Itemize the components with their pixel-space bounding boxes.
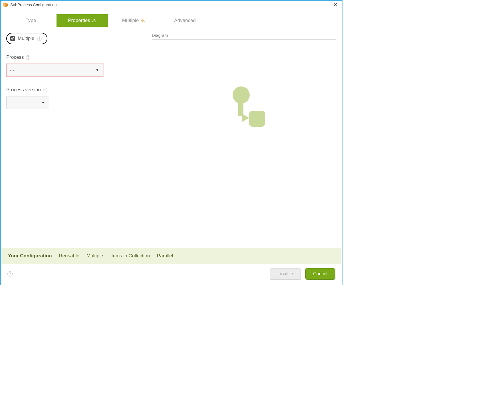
titlebar: SubProcess Configuration ✕ xyxy=(1,1,342,9)
summary-item: Reusable xyxy=(59,253,79,259)
left-column: Multiple ? Process ? - - ▼ Process versi… xyxy=(6,33,143,245)
tab-advanced[interactable]: Advanced xyxy=(159,14,211,27)
diagram-label: Diagram xyxy=(152,33,336,38)
svg-rect-9 xyxy=(238,102,243,116)
warning-icon xyxy=(140,18,145,23)
configuration-summary: Your Configuration · Reusable · Multiple… xyxy=(1,248,341,264)
process-version-label-row: Process version ? xyxy=(6,87,143,93)
process-select[interactable]: - - ▼ xyxy=(6,64,103,77)
separator-dot: · xyxy=(55,253,56,259)
chevron-down-icon: ▼ xyxy=(41,101,45,105)
chevron-down-icon: ▼ xyxy=(96,68,99,72)
dialog-window: SubProcess Configuration ✕ Type Properti… xyxy=(0,0,342,285)
cancel-button[interactable]: Cancel xyxy=(305,268,335,280)
window-title: SubProcess Configuration xyxy=(10,3,57,7)
svg-point-8 xyxy=(233,86,250,104)
svg-rect-11 xyxy=(249,111,265,127)
svg-point-7 xyxy=(142,21,143,22)
process-version-label: Process version xyxy=(6,87,41,93)
tab-multiple[interactable]: Multiple xyxy=(108,14,159,27)
diagram-placeholder-icon xyxy=(215,79,273,136)
body: Multiple ? Process ? - - ▼ Process versi… xyxy=(1,27,342,248)
separator-dot: · xyxy=(106,253,108,259)
process-version-field: Process version ? ▼ xyxy=(6,87,143,109)
process-field: Process ? - - ▼ xyxy=(6,54,143,77)
help-icon[interactable]: ? xyxy=(37,37,42,41)
svg-point-5 xyxy=(94,21,94,22)
svg-marker-10 xyxy=(242,114,249,122)
summary-item: Items in Collection xyxy=(110,253,150,259)
tab-advanced-label: Advanced xyxy=(174,18,196,23)
multiple-toggle-group: Multiple ? xyxy=(6,33,47,44)
footer: ? Finalize Cancel xyxy=(1,264,342,285)
multiple-checkbox[interactable] xyxy=(10,36,15,41)
separator-dot: · xyxy=(153,253,154,259)
multiple-checkbox-label: Multiple xyxy=(18,36,35,41)
help-icon[interactable]: ? xyxy=(7,271,13,276)
app-icon xyxy=(3,2,8,7)
tab-type[interactable]: Type xyxy=(5,14,57,27)
tab-properties[interactable]: Properties xyxy=(57,14,108,27)
tab-multiple-label: Multiple xyxy=(122,18,139,23)
diagram-preview xyxy=(152,39,336,176)
help-icon[interactable]: ? xyxy=(43,88,47,92)
process-version-select[interactable]: ▼ xyxy=(6,96,49,109)
warning-icon xyxy=(92,18,96,23)
separator-dot: · xyxy=(82,253,84,259)
summary-item: Parallel xyxy=(157,253,173,259)
tab-bar: Type Properties Multiple Advanced xyxy=(5,14,337,27)
process-label-row: Process ? xyxy=(6,54,143,60)
process-select-value: - - xyxy=(10,67,15,73)
right-column: Diagram xyxy=(152,33,336,245)
summary-title: Your Configuration xyxy=(8,253,52,259)
process-label: Process xyxy=(6,54,24,60)
summary-item: Multiple xyxy=(86,253,103,259)
close-button[interactable]: ✕ xyxy=(332,3,339,7)
tab-type-label: Type xyxy=(26,18,36,23)
tab-properties-label: Properties xyxy=(68,18,90,23)
finalize-button[interactable]: Finalize xyxy=(270,268,301,280)
help-icon[interactable]: ? xyxy=(26,55,30,60)
